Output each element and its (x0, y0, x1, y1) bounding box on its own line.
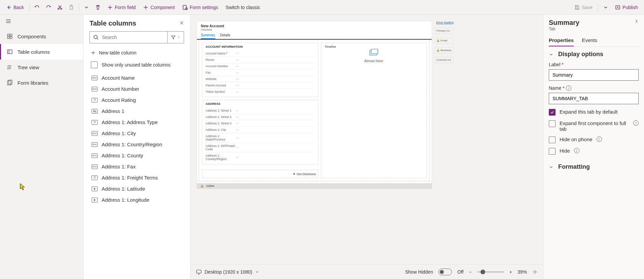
new-table-column-button[interactable]: New table column (90, 47, 184, 59)
fit-icon[interactable] (532, 269, 538, 275)
prop-label-label: Label (549, 62, 560, 67)
column-item[interactable]: ☰Address 1: Address Type (90, 117, 184, 128)
info-icon[interactable]: i (633, 120, 639, 126)
column-item[interactable]: AbcAccount Number (90, 83, 184, 94)
delete-button[interactable] (93, 3, 103, 12)
info-icon[interactable]: i (574, 148, 579, 153)
column-item[interactable]: ☰Account Rating (90, 94, 184, 106)
side-card[interactable]: 🔒 Email (435, 37, 454, 44)
form-field-row[interactable]: Account Name*--- (206, 50, 315, 57)
form-tab[interactable]: Summary (201, 33, 215, 39)
expand-first-checkbox[interactable] (549, 120, 556, 127)
check-icon (550, 110, 554, 114)
get-directions-button[interactable]: ✦ Get Directions (202, 170, 318, 178)
publish-label: Publish (622, 5, 638, 10)
cut-button[interactable] (55, 3, 65, 12)
form-field-row[interactable]: Website--- (206, 76, 315, 82)
label-input[interactable] (549, 69, 639, 81)
side-card[interactable]: CONTACTS (435, 57, 454, 63)
expand-panel-button[interactable] (634, 19, 639, 25)
column-item[interactable]: ◐Address 1: Latitude (90, 183, 184, 194)
side-card[interactable]: Primary Co (435, 28, 454, 34)
section-account-info[interactable]: ACCOUNT INFORMATION Account Name*---Phon… (202, 43, 318, 97)
form-field-row[interactable]: Address 1: Street 3--- (206, 120, 315, 127)
form-field-row[interactable]: Parent Account--- (206, 82, 315, 89)
section-title: ADDRESS (206, 102, 315, 106)
field-label: Parent Account (206, 84, 236, 87)
form-field-button[interactable]: Form field (104, 3, 139, 12)
form-field-row[interactable]: Phone--- (206, 57, 315, 63)
form-settings-button[interactable]: Form settings (179, 3, 222, 12)
nav-components[interactable]: Components (0, 29, 83, 44)
redo-icon (46, 5, 51, 10)
redo-button[interactable] (43, 3, 54, 12)
form-field-row[interactable]: Ticker Symbol--- (206, 89, 315, 95)
undo-icon (34, 5, 40, 10)
field-label: Account Name* (206, 52, 236, 55)
column-item[interactable]: AbcAddress 1: Country/Region (90, 139, 184, 150)
form-field-row[interactable]: Account Number--- (206, 63, 315, 70)
form-field-row[interactable]: Address 1: ZIP/Postal Code--- (206, 143, 315, 153)
zoom-slider[interactable] (477, 271, 504, 273)
component-button[interactable]: Component (140, 3, 178, 12)
error-loading-link[interactable]: Error loading (436, 21, 454, 24)
plus-icon (91, 50, 96, 55)
cut-icon (57, 5, 63, 10)
hamburger-button[interactable] (0, 15, 83, 29)
filter-button[interactable] (167, 32, 184, 43)
prop-label-name: Name (549, 85, 561, 91)
svg-point-1 (61, 8, 62, 9)
column-item[interactable]: AbcAccount Name (90, 72, 184, 83)
form-field-row[interactable]: Address 1: Country/Region--- (206, 153, 315, 162)
form-field-row[interactable]: Address 1: Street 2--- (206, 114, 315, 120)
info-icon[interactable]: i (566, 85, 571, 91)
zoom-in-button[interactable]: + (509, 269, 512, 275)
paste-button[interactable] (66, 3, 77, 12)
zoom-out-button[interactable]: − (469, 269, 472, 275)
form-field-row[interactable]: Address 1: Street 1--- (206, 108, 315, 114)
save-menu-button[interactable] (600, 3, 611, 12)
tab-events[interactable]: Events (582, 35, 597, 46)
switch-classic-button[interactable]: Switch to classic (222, 3, 264, 12)
section-address[interactable]: ADDRESS Address 1: Street 1---Address 1:… (202, 100, 318, 164)
accordion-display-options[interactable]: Display options (549, 47, 639, 62)
column-item-label: Account Number (102, 86, 139, 92)
close-panel-button[interactable] (179, 21, 184, 26)
expand-default-checkbox[interactable] (549, 109, 556, 116)
publish-button[interactable]: Publish (612, 3, 641, 12)
form-field-row[interactable]: Address 1: State/Province--- (206, 133, 315, 143)
nav-form-libraries[interactable]: Form libraries (0, 75, 83, 90)
accordion-formatting[interactable]: Formatting (549, 159, 639, 174)
nav-tree-view[interactable]: Tree view (0, 59, 83, 75)
undo-button[interactable] (32, 3, 42, 12)
column-item[interactable]: ◐Address 1: Longitude (90, 194, 184, 205)
save-label: Save (582, 5, 593, 10)
column-item[interactable]: AbcAddress 1: City (90, 128, 184, 139)
column-item[interactable]: A͟b͟Address 1 (90, 106, 184, 117)
save-button[interactable]: Save (571, 3, 596, 12)
paste-menu-button[interactable] (81, 3, 92, 12)
section-timeline[interactable]: Timeline Almost there (321, 43, 427, 178)
nav-table-columns[interactable]: Table columns (0, 44, 83, 59)
field-value: --- (236, 136, 239, 140)
hide-checkbox[interactable] (549, 148, 556, 155)
form-field-row[interactable]: Fax--- (206, 70, 315, 76)
info-icon[interactable]: i (597, 136, 602, 142)
column-item[interactable]: ☰Address 1: Freight Terms (90, 172, 184, 183)
field-label: Account Number (206, 65, 236, 68)
device-selector[interactable]: Desktop (1920 x 1080) (196, 269, 259, 275)
form-field-row[interactable]: Address 1: City--- (206, 127, 315, 133)
column-item[interactable]: AbcAddress 1: County (90, 150, 184, 161)
name-input[interactable] (549, 93, 639, 104)
search-input[interactable] (101, 34, 164, 40)
show-hidden-toggle[interactable] (438, 269, 452, 275)
form-canvas[interactable]: New Account Account SummaryDetails ACCOU… (196, 21, 432, 189)
side-card[interactable]: 🔒 Business (435, 47, 454, 53)
column-item[interactable]: AbcAddress 1: Fax (90, 161, 184, 172)
show-only-checkbox[interactable] (91, 62, 98, 68)
tab-properties[interactable]: Properties (549, 35, 574, 46)
hide-phone-checkbox[interactable] (549, 136, 556, 143)
back-button[interactable]: Back (3, 3, 27, 12)
column-list[interactable]: AbcAccount NameAbcAccount Number☰Account… (90, 72, 184, 279)
form-tab[interactable]: Details (220, 33, 230, 39)
